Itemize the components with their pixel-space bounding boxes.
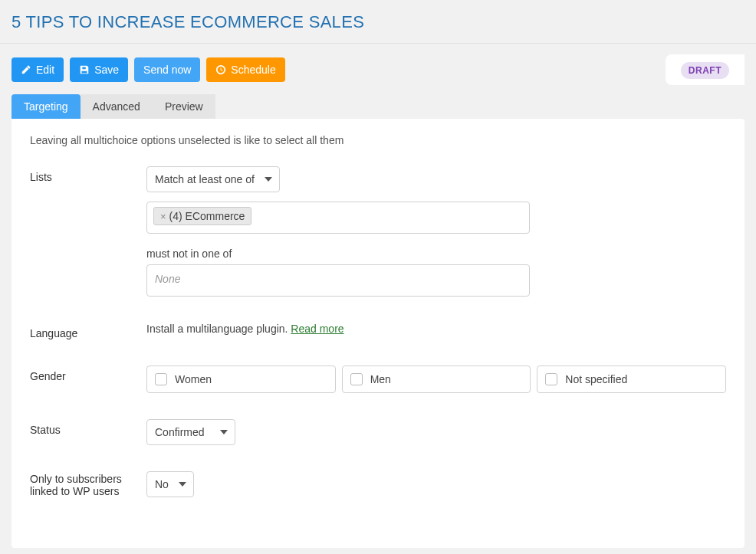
label-language: Language xyxy=(30,323,146,339)
language-text: Install a multilanguage plugin. xyxy=(146,323,291,335)
gender-option-women[interactable]: Women xyxy=(146,366,336,393)
list-tag-label: (4) ECommerce xyxy=(169,210,245,222)
lists-match-mode-select[interactable]: Match at least one of xyxy=(146,166,280,192)
gender-option-label: Men xyxy=(370,373,391,385)
send-now-label: Send now xyxy=(143,64,191,76)
label-wp-users: Only to subscribers linked to WP users xyxy=(30,471,146,497)
label-lists: Lists xyxy=(30,166,146,183)
save-label: Save xyxy=(94,64,119,76)
tabs: Targeting Advanced Preview xyxy=(0,94,756,119)
status-badge: DRAFT xyxy=(681,62,729,79)
toolbar: Edit Save Send now Schedule xyxy=(12,57,285,82)
save-button[interactable]: Save xyxy=(70,57,128,82)
label-status: Status xyxy=(30,419,146,436)
lists-include-input[interactable]: × (4) ECommerce xyxy=(146,202,530,234)
label-not-in: must not in one of xyxy=(146,247,726,260)
clock-icon xyxy=(215,64,226,75)
gender-option-label: Not specified xyxy=(565,373,627,385)
edit-label: Edit xyxy=(36,64,54,76)
send-now-button[interactable]: Send now xyxy=(134,57,200,82)
language-read-more-link[interactable]: Read more xyxy=(291,323,343,335)
edit-button[interactable]: Edit xyxy=(12,57,64,82)
page-title: 5 TIPS TO INCREASE ECOMMERCE SALES xyxy=(12,12,744,32)
tab-advanced[interactable]: Advanced xyxy=(81,94,153,119)
gender-option-label: Women xyxy=(175,373,212,385)
gender-option-men[interactable]: Men xyxy=(342,366,531,393)
status-badge-wrap: DRAFT xyxy=(666,54,744,85)
checkbox xyxy=(350,373,363,385)
list-tag-ecommerce: × (4) ECommerce xyxy=(153,207,251,225)
targeting-panel: Leaving all multichoice options unselect… xyxy=(12,119,744,548)
wp-users-select[interactable]: No xyxy=(146,471,194,497)
remove-icon[interactable]: × xyxy=(160,211,166,222)
checkbox xyxy=(545,373,557,385)
save-icon xyxy=(79,64,90,75)
status-select[interactable]: Confirmed xyxy=(146,419,235,445)
edit-icon xyxy=(21,64,31,75)
targeting-hint: Leaving all multichoice options unselect… xyxy=(30,134,726,146)
gender-option-not-specified[interactable]: Not specified xyxy=(537,366,726,393)
lists-exclude-input[interactable]: None xyxy=(146,264,530,297)
tab-preview[interactable]: Preview xyxy=(153,94,215,119)
schedule-label: Schedule xyxy=(231,64,275,76)
label-gender: Gender xyxy=(30,366,146,382)
checkbox xyxy=(155,373,167,385)
tab-targeting[interactable]: Targeting xyxy=(12,94,81,119)
schedule-button[interactable]: Schedule xyxy=(206,57,284,82)
